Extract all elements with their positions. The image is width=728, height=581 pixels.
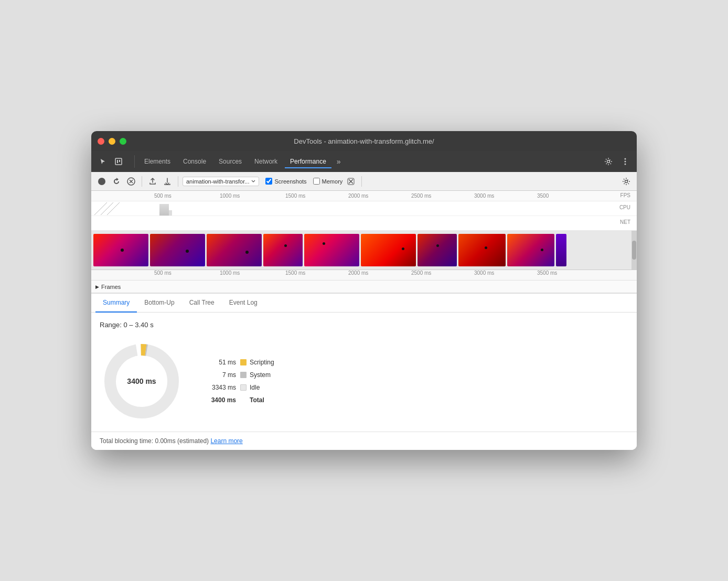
donut-total-label: 3400 ms bbox=[127, 377, 156, 385]
tab-call-tree[interactable]: Call Tree bbox=[182, 294, 222, 313]
scripting-ms: 51 ms bbox=[205, 359, 236, 366]
nav-icons bbox=[95, 154, 126, 169]
ruler-mark-3000: 3000 ms bbox=[474, 193, 494, 199]
panel-tabs: Summary Bottom-Up Call Tree Event Log bbox=[91, 294, 637, 313]
bottom-ruler-mark-2000: 2000 ms bbox=[348, 270, 368, 276]
bottom-ruler-mark-3500: 3500 ms bbox=[537, 270, 557, 276]
tab-event-log[interactable]: Event Log bbox=[222, 294, 265, 313]
performance-toolbar: animation-with-transfor... Screenshots M… bbox=[91, 172, 637, 191]
footer: Total blocking time: 0.00ms (estimated) … bbox=[91, 432, 637, 450]
system-swatch bbox=[240, 372, 247, 378]
bottom-ruler-mark-2500: 2500 ms bbox=[411, 270, 431, 276]
screenshot-thumb-3 bbox=[207, 234, 262, 266]
bottom-ruler-mark-3000: 3000 ms bbox=[474, 270, 494, 276]
cpu-spike-small bbox=[169, 210, 172, 216]
legend-table: 51 ms Scripting 7 ms System 3343 ms Idle bbox=[205, 359, 274, 404]
reload-record-button[interactable] bbox=[110, 175, 123, 188]
screenshots-checkbox[interactable] bbox=[265, 178, 272, 185]
bottom-ruler-area: 500 ms 1000 ms 1500 ms 2000 ms 2500 ms 3… bbox=[91, 270, 637, 293]
svg-line-11 bbox=[101, 202, 113, 215]
ruler-mark-1000: 1000 ms bbox=[220, 193, 240, 199]
bottom-ruler: 500 ms 1000 ms 1500 ms 2000 ms 2500 ms 3… bbox=[91, 270, 637, 281]
screenshot-thumb-2 bbox=[150, 234, 205, 266]
screenshot-thumb-8 bbox=[458, 234, 506, 266]
screenshot-thumb-6 bbox=[361, 234, 416, 266]
bottom-ruler-mark-1500: 1500 ms bbox=[285, 270, 305, 276]
screenshot-thumb-10 bbox=[556, 234, 566, 266]
screenshot-thumb-7 bbox=[417, 234, 457, 266]
frames-arrow-icon: ▶ bbox=[95, 284, 99, 289]
tab-sources[interactable]: Sources bbox=[213, 156, 247, 167]
legend-row-idle: 3343 ms Idle bbox=[205, 384, 274, 391]
download-button[interactable] bbox=[161, 175, 174, 188]
scrollbar-track bbox=[631, 231, 637, 270]
capture-settings-button[interactable] bbox=[620, 175, 633, 188]
footer-text: Total blocking time: 0.00ms (estimated) bbox=[100, 437, 210, 445]
cpu-spike bbox=[159, 204, 169, 216]
bottom-ruler-mark-1000: 1000 ms bbox=[220, 270, 240, 276]
screenshot-thumb-9 bbox=[507, 234, 554, 266]
toolbar-divider-2 bbox=[178, 176, 178, 187]
svg-point-4 bbox=[625, 164, 626, 165]
svg-point-2 bbox=[625, 158, 626, 160]
summary-main: 3400 ms 51 ms Scripting 7 ms System bbox=[100, 339, 628, 423]
tab-performance[interactable]: Performance bbox=[285, 156, 331, 167]
close-button[interactable] bbox=[98, 138, 104, 145]
total-swatch bbox=[240, 397, 247, 403]
tab-elements[interactable]: Elements bbox=[139, 156, 176, 167]
tab-bottom-up[interactable]: Bottom-Up bbox=[137, 294, 181, 313]
ruler-mark-2000: 2000 ms bbox=[348, 193, 368, 199]
ruler-mark-1500: 1500 ms bbox=[285, 193, 305, 199]
bottom-ruler-mark-500: 500 ms bbox=[154, 270, 172, 276]
ruler-mark-500: 500 ms bbox=[154, 193, 172, 199]
screenshot-thumb-5 bbox=[304, 234, 359, 266]
settings-icon[interactable] bbox=[601, 154, 616, 169]
minimize-button[interactable] bbox=[109, 138, 115, 145]
record-button[interactable] bbox=[95, 175, 108, 188]
nav-right bbox=[601, 154, 633, 169]
net-row-label: NET bbox=[620, 219, 630, 225]
toolbar-divider-1 bbox=[142, 176, 142, 187]
svg-point-3 bbox=[625, 161, 626, 163]
svg-point-9 bbox=[625, 180, 628, 182]
summary-content: Range: 0 – 3.40 s 3 bbox=[91, 313, 637, 432]
timeline-area: 500 ms 1000 ms 1500 ms 2000 ms 2500 ms 3… bbox=[91, 191, 637, 294]
memory-label: Memory bbox=[322, 178, 343, 185]
tab-console[interactable]: Console bbox=[178, 156, 211, 167]
more-options-icon[interactable] bbox=[618, 154, 633, 169]
legend-row-total: 3400 ms Total bbox=[205, 396, 274, 404]
title-bar: DevTools - animation-with-transform.glit… bbox=[91, 131, 637, 151]
nav-divider-1 bbox=[134, 155, 135, 168]
scripting-name: Scripting bbox=[250, 359, 274, 366]
tab-network[interactable]: Network bbox=[249, 156, 283, 167]
idle-ms: 3343 ms bbox=[205, 384, 236, 391]
select-tool-icon[interactable] bbox=[95, 154, 110, 169]
maximize-button[interactable] bbox=[120, 138, 126, 145]
system-name: System bbox=[250, 371, 271, 379]
ruler-mark-2500: 2500 ms bbox=[411, 193, 431, 199]
donut-chart: 3400 ms bbox=[100, 339, 184, 423]
legend-row-scripting: 51 ms Scripting bbox=[205, 359, 274, 366]
profile-dropdown[interactable]: animation-with-transfor... bbox=[183, 177, 259, 186]
memory-checkbox[interactable] bbox=[313, 178, 320, 185]
svg-line-12 bbox=[107, 202, 120, 215]
toolbar-divider-3 bbox=[361, 176, 362, 187]
stop-button[interactable] bbox=[125, 175, 137, 188]
inspect-icon[interactable] bbox=[111, 154, 126, 169]
upload-button[interactable] bbox=[146, 175, 159, 188]
scrollbar-thumb[interactable] bbox=[632, 241, 636, 260]
svg-point-1 bbox=[607, 160, 610, 163]
system-ms: 7 ms bbox=[205, 371, 236, 379]
fps-row: CPU bbox=[91, 201, 637, 216]
frames-row[interactable]: ▶ Frames bbox=[91, 281, 637, 293]
ruler-mark-3500: 3500 bbox=[537, 193, 549, 199]
fps-row-label: FPS bbox=[620, 192, 630, 198]
screenshots-label: Screenshots bbox=[274, 178, 306, 185]
clear-button[interactable] bbox=[345, 175, 357, 188]
learn-more-link[interactable]: Learn more bbox=[210, 437, 242, 445]
tab-summary[interactable]: Summary bbox=[95, 294, 137, 313]
cpu-row-label: CPU bbox=[619, 205, 630, 210]
idle-swatch bbox=[240, 384, 247, 391]
more-tabs-button[interactable]: » bbox=[334, 155, 344, 168]
scripting-swatch bbox=[240, 359, 247, 365]
